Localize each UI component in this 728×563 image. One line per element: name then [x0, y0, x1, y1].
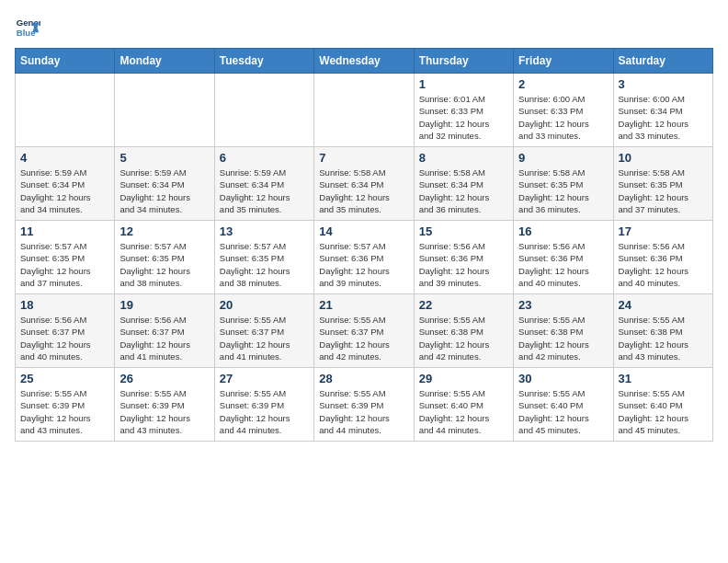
day-info: Sunrise: 5:56 AM Sunset: 6:37 PM Dayligh… — [20, 314, 109, 362]
weekday-sunday: Sunday — [16, 49, 115, 74]
day-info: Sunrise: 5:55 AM Sunset: 6:40 PM Dayligh… — [619, 387, 708, 436]
day-number: 23 — [518, 298, 608, 312]
day-number: 1 — [419, 77, 508, 91]
day-cell: 27Sunrise: 5:55 AM Sunset: 6:39 PM Dayli… — [214, 368, 313, 442]
week-row-4: 18Sunrise: 5:56 AM Sunset: 6:37 PM Dayli… — [16, 294, 713, 368]
day-number: 30 — [518, 372, 608, 385]
day-info: Sunrise: 5:58 AM Sunset: 6:34 PM Dayligh… — [319, 167, 408, 215]
day-number: 14 — [319, 224, 408, 238]
day-number: 9 — [518, 151, 608, 165]
day-info: Sunrise: 5:59 AM Sunset: 6:34 PM Dayligh… — [220, 167, 309, 215]
day-cell — [314, 74, 414, 147]
day-number: 25 — [20, 372, 109, 385]
day-cell: 31Sunrise: 5:55 AM Sunset: 6:40 PM Dayli… — [613, 368, 712, 442]
page-header: General Blue — [15, 15, 713, 40]
day-info: Sunrise: 5:56 AM Sunset: 6:37 PM Dayligh… — [119, 314, 209, 362]
day-cell: 22Sunrise: 5:55 AM Sunset: 6:38 PM Dayli… — [414, 294, 513, 368]
day-cell: 8Sunrise: 5:58 AM Sunset: 6:34 PM Daylig… — [414, 147, 513, 221]
day-cell: 5Sunrise: 5:59 AM Sunset: 6:34 PM Daylig… — [115, 147, 214, 221]
day-cell: 17Sunrise: 5:56 AM Sunset: 6:36 PM Dayli… — [613, 221, 712, 294]
weekday-header-row: SundayMondayTuesdayWednesdayThursdayFrid… — [16, 49, 713, 74]
day-number: 7 — [319, 151, 408, 165]
day-number: 31 — [619, 372, 708, 385]
day-info: Sunrise: 6:00 AM Sunset: 6:33 PM Dayligh… — [518, 93, 608, 142]
day-cell: 3Sunrise: 6:00 AM Sunset: 6:34 PM Daylig… — [613, 74, 712, 147]
day-cell: 21Sunrise: 5:55 AM Sunset: 6:37 PM Dayli… — [314, 294, 414, 368]
day-cell: 16Sunrise: 5:56 AM Sunset: 6:36 PM Dayli… — [514, 221, 613, 294]
weekday-wednesday: Wednesday — [314, 49, 414, 74]
day-info: Sunrise: 5:57 AM Sunset: 6:35 PM Dayligh… — [220, 240, 309, 289]
day-info: Sunrise: 5:55 AM Sunset: 6:39 PM Dayligh… — [220, 387, 309, 436]
day-cell: 12Sunrise: 5:57 AM Sunset: 6:35 PM Dayli… — [115, 221, 214, 294]
day-info: Sunrise: 5:58 AM Sunset: 6:35 PM Dayligh… — [518, 167, 608, 215]
logo: General Blue — [15, 15, 44, 40]
weekday-friday: Friday — [514, 49, 613, 74]
day-number: 8 — [419, 151, 508, 165]
day-info: Sunrise: 5:56 AM Sunset: 6:36 PM Dayligh… — [518, 240, 608, 289]
day-number: 26 — [119, 372, 209, 385]
week-row-2: 4Sunrise: 5:59 AM Sunset: 6:34 PM Daylig… — [16, 147, 713, 221]
day-cell — [115, 74, 214, 147]
day-info: Sunrise: 5:55 AM Sunset: 6:38 PM Dayligh… — [419, 314, 508, 362]
day-cell: 18Sunrise: 5:56 AM Sunset: 6:37 PM Dayli… — [16, 294, 115, 368]
weekday-thursday: Thursday — [414, 49, 513, 74]
day-cell: 23Sunrise: 5:55 AM Sunset: 6:38 PM Dayli… — [514, 294, 613, 368]
day-info: Sunrise: 5:58 AM Sunset: 6:35 PM Dayligh… — [619, 167, 708, 215]
day-number: 6 — [220, 151, 309, 165]
day-cell: 19Sunrise: 5:56 AM Sunset: 6:37 PM Dayli… — [115, 294, 214, 368]
day-cell: 2Sunrise: 6:00 AM Sunset: 6:33 PM Daylig… — [514, 74, 613, 147]
day-info: Sunrise: 5:57 AM Sunset: 6:36 PM Dayligh… — [319, 240, 408, 289]
day-cell: 1Sunrise: 6:01 AM Sunset: 6:33 PM Daylig… — [414, 74, 513, 147]
weekday-saturday: Saturday — [613, 49, 712, 74]
day-number: 18 — [20, 298, 109, 312]
day-number: 24 — [619, 298, 708, 312]
day-number: 11 — [20, 224, 109, 238]
day-cell — [16, 74, 115, 147]
day-info: Sunrise: 5:55 AM Sunset: 6:38 PM Dayligh… — [619, 314, 708, 362]
week-row-3: 11Sunrise: 5:57 AM Sunset: 6:35 PM Dayli… — [16, 221, 713, 294]
day-info: Sunrise: 5:58 AM Sunset: 6:34 PM Dayligh… — [419, 167, 508, 215]
day-info: Sunrise: 5:55 AM Sunset: 6:39 PM Dayligh… — [319, 387, 408, 436]
day-cell: 13Sunrise: 5:57 AM Sunset: 6:35 PM Dayli… — [214, 221, 313, 294]
day-cell: 26Sunrise: 5:55 AM Sunset: 6:39 PM Dayli… — [115, 368, 214, 442]
logo-icon: General Blue — [15, 15, 40, 40]
day-cell: 29Sunrise: 5:55 AM Sunset: 6:40 PM Dayli… — [414, 368, 513, 442]
day-number: 15 — [419, 224, 508, 238]
day-cell: 25Sunrise: 5:55 AM Sunset: 6:39 PM Dayli… — [16, 368, 115, 442]
day-info: Sunrise: 5:56 AM Sunset: 6:36 PM Dayligh… — [419, 240, 508, 289]
day-cell: 14Sunrise: 5:57 AM Sunset: 6:36 PM Dayli… — [314, 221, 414, 294]
weekday-monday: Monday — [115, 49, 214, 74]
day-info: Sunrise: 5:55 AM Sunset: 6:39 PM Dayligh… — [119, 387, 209, 436]
day-info: Sunrise: 6:01 AM Sunset: 6:33 PM Dayligh… — [419, 93, 508, 142]
day-number: 27 — [220, 372, 309, 385]
day-info: Sunrise: 5:55 AM Sunset: 6:40 PM Dayligh… — [419, 387, 508, 436]
week-row-5: 25Sunrise: 5:55 AM Sunset: 6:39 PM Dayli… — [16, 368, 713, 442]
day-info: Sunrise: 5:59 AM Sunset: 6:34 PM Dayligh… — [20, 167, 109, 215]
day-cell: 20Sunrise: 5:55 AM Sunset: 6:37 PM Dayli… — [214, 294, 313, 368]
day-cell: 30Sunrise: 5:55 AM Sunset: 6:40 PM Dayli… — [514, 368, 613, 442]
day-info: Sunrise: 5:55 AM Sunset: 6:37 PM Dayligh… — [220, 314, 309, 362]
day-info: Sunrise: 5:55 AM Sunset: 6:38 PM Dayligh… — [518, 314, 608, 362]
day-info: Sunrise: 5:57 AM Sunset: 6:35 PM Dayligh… — [119, 240, 209, 289]
day-info: Sunrise: 5:57 AM Sunset: 6:35 PM Dayligh… — [20, 240, 109, 289]
day-cell: 7Sunrise: 5:58 AM Sunset: 6:34 PM Daylig… — [314, 147, 414, 221]
day-cell: 9Sunrise: 5:58 AM Sunset: 6:35 PM Daylig… — [514, 147, 613, 221]
day-cell: 15Sunrise: 5:56 AM Sunset: 6:36 PM Dayli… — [414, 221, 513, 294]
calendar-body: 1Sunrise: 6:01 AM Sunset: 6:33 PM Daylig… — [16, 74, 713, 442]
week-row-1: 1Sunrise: 6:01 AM Sunset: 6:33 PM Daylig… — [16, 74, 713, 147]
day-cell: 4Sunrise: 5:59 AM Sunset: 6:34 PM Daylig… — [16, 147, 115, 221]
day-info: Sunrise: 6:00 AM Sunset: 6:34 PM Dayligh… — [619, 93, 708, 142]
day-number: 16 — [518, 224, 608, 238]
day-info: Sunrise: 5:55 AM Sunset: 6:39 PM Dayligh… — [20, 387, 109, 436]
day-number: 2 — [518, 77, 608, 91]
day-number: 5 — [119, 151, 209, 165]
day-number: 3 — [619, 77, 708, 91]
day-number: 21 — [319, 298, 408, 312]
day-cell: 6Sunrise: 5:59 AM Sunset: 6:34 PM Daylig… — [214, 147, 313, 221]
day-cell — [214, 74, 313, 147]
weekday-tuesday: Tuesday — [214, 49, 313, 74]
day-info: Sunrise: 5:55 AM Sunset: 6:37 PM Dayligh… — [319, 314, 408, 362]
day-number: 4 — [20, 151, 109, 165]
day-cell: 24Sunrise: 5:55 AM Sunset: 6:38 PM Dayli… — [613, 294, 712, 368]
day-number: 20 — [220, 298, 309, 312]
